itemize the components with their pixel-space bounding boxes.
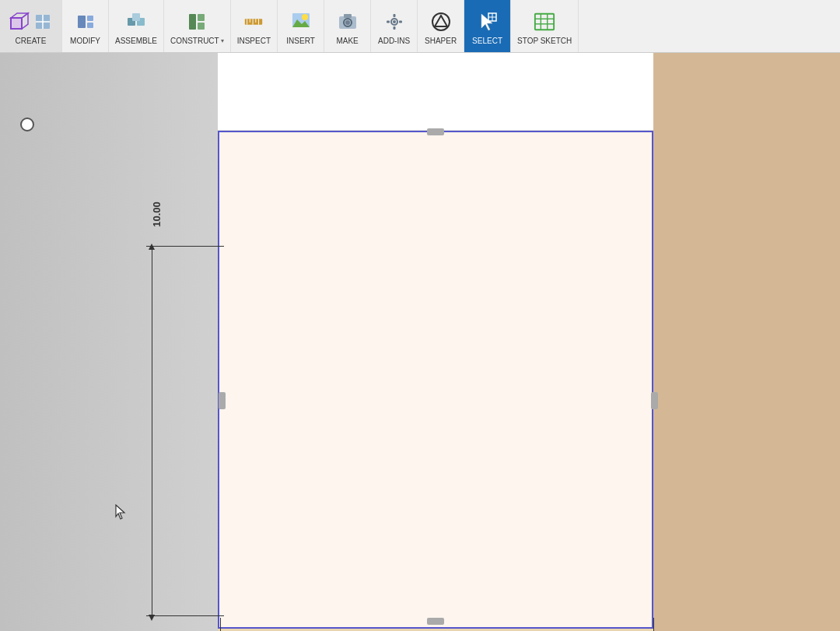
svg-marker-37: [481, 14, 492, 30]
assemble-label: ASSEMBLE: [115, 37, 157, 45]
inspect-label: INSPECT: [237, 37, 271, 45]
svg-rect-34: [399, 21, 402, 23]
svg-rect-15: [198, 23, 205, 30]
make-icon: [337, 11, 359, 33]
shaper-label: SHAPER: [425, 37, 457, 45]
create-button[interactable]: CREATE: [0, 0, 62, 52]
hdim-right-line: [653, 618, 654, 631]
select-label: SELECT: [472, 37, 502, 45]
create-icon: [9, 11, 30, 33]
svg-rect-26: [344, 14, 352, 18]
construct-button[interactable]: CONSTRUCT ▾: [164, 0, 231, 52]
create-label: CREATE: [16, 37, 47, 45]
top-bar: [218, 53, 653, 131]
svg-rect-16: [245, 19, 262, 24]
vdim-top-line: [146, 246, 224, 247]
modify-label: MODIFY: [70, 37, 100, 45]
inspect-button[interactable]: INSPECT: [231, 0, 278, 52]
svg-rect-32: [393, 26, 395, 30]
svg-rect-31: [393, 14, 395, 17]
svg-rect-13: [189, 14, 196, 30]
insert-label: INSERT: [286, 37, 315, 45]
right-area: [653, 53, 840, 631]
vertical-dimension-label[interactable]: 10.00: [151, 202, 163, 227]
make-label: MAKE: [336, 37, 358, 45]
construct-icon: [186, 11, 208, 33]
svg-marker-36: [435, 16, 447, 26]
select-icon: [477, 11, 499, 33]
assemble-button[interactable]: ASSEMBLE: [109, 0, 164, 52]
add-ins-label: ADD-INS: [378, 37, 410, 45]
constraint-left: [219, 392, 226, 409]
circle-button[interactable]: [20, 117, 34, 131]
left-panel: [0, 53, 218, 631]
constraint-top: [427, 128, 444, 135]
construct-text: CONSTRUCT: [170, 37, 219, 45]
svg-marker-2: [22, 13, 28, 29]
stop-sketch-icon: [534, 11, 555, 33]
create-icon2: [32, 11, 54, 33]
svg-rect-3: [12, 19, 21, 28]
stop-sketch-button[interactable]: STOP SKETCH: [511, 0, 579, 52]
construct-label: CONSTRUCT ▾: [170, 37, 224, 45]
svg-rect-33: [387, 21, 390, 23]
shaper-icon: [430, 11, 452, 33]
vdim-bottom-line: [146, 615, 224, 616]
svg-rect-7: [78, 16, 86, 28]
svg-rect-14: [198, 14, 205, 21]
construct-arrow: ▾: [221, 37, 224, 44]
sketch-area[interactable]: [218, 131, 653, 629]
toolbar: CREATE MODIFY ASSEMBLE: [0, 0, 840, 53]
modify-icon: [75, 11, 96, 33]
canvas-area: 10.00 10.00: [0, 53, 840, 631]
svg-rect-9: [87, 23, 93, 28]
insert-button[interactable]: INSERT: [278, 0, 324, 52]
svg-rect-8: [87, 16, 93, 21]
svg-point-24: [302, 14, 308, 20]
shaper-button[interactable]: SHAPER: [418, 0, 464, 52]
add-ins-button[interactable]: ADD-INS: [371, 0, 418, 52]
svg-rect-12: [132, 13, 140, 21]
insert-icon: [290, 11, 312, 33]
vdim-arrow-bottom: [149, 615, 155, 621]
add-ins-icon: [383, 11, 405, 33]
svg-point-28: [345, 20, 350, 25]
make-button[interactable]: MAKE: [324, 0, 371, 52]
inspect-icon: [243, 11, 264, 33]
vdim-line: [152, 246, 152, 615]
constraint-right: [651, 392, 658, 409]
assemble-icon: [125, 11, 147, 33]
modify-button[interactable]: MODIFY: [62, 0, 109, 52]
vdim-arrow-top: [149, 244, 155, 250]
hdim-left-line: [220, 618, 221, 631]
svg-point-30: [393, 20, 396, 23]
select-button[interactable]: SELECT: [464, 0, 511, 52]
stop-sketch-label: STOP SKETCH: [517, 37, 572, 45]
constraint-bottom: [427, 618, 444, 625]
svg-rect-41: [535, 14, 554, 30]
